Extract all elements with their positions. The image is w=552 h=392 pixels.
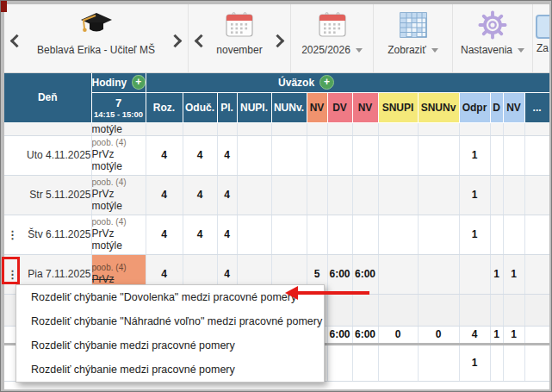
day-label: Str 5.11.2025 [29, 189, 90, 201]
day-cell[interactable]: Str 5.11.2025 [4, 175, 91, 215]
toolbar-item-schoolyear[interactable]: 2025/2026 [291, 4, 374, 72]
hours-group-label: Hodiny [92, 77, 127, 89]
value-cell[interactable] [352, 215, 378, 254]
lesson-cell[interactable]: poob. (4)PrVzmotýle [91, 175, 146, 215]
value-cell[interactable] [503, 215, 524, 254]
menu-item-split-dovolenka[interactable]: Rozdeliť chýbanie "Dovolenka" medzi prac… [16, 285, 324, 309]
value-cell[interactable] [307, 175, 327, 215]
value-cell[interactable]: 4 [146, 135, 183, 175]
value-cell[interactable] [271, 175, 307, 215]
value-cell[interactable] [307, 215, 327, 254]
value-cell[interactable]: 4 [217, 175, 237, 215]
lesson-line: poob. (4) [92, 177, 146, 188]
day-cell[interactable]: ⋮Štv 6.11.2025 [4, 215, 91, 254]
table-row: motýle [4, 122, 549, 135]
value-cell[interactable] [490, 135, 503, 175]
value-cell[interactable] [327, 215, 352, 254]
value-cell[interactable] [459, 254, 490, 294]
value-cell[interactable] [524, 175, 549, 215]
value-cell[interactable]: 4 [183, 135, 217, 175]
value-cell [378, 122, 418, 135]
toolbar-item-teacher[interactable]: Beblavá Erika - Učiteľ MŠ [4, 4, 189, 72]
value-cell: 6:00 [352, 326, 378, 344]
value-cell [524, 326, 549, 344]
toolbar-item-view[interactable]: Zobraziť [374, 4, 453, 72]
toolbar-item-month[interactable]: november [189, 4, 291, 72]
value-cell[interactable]: 4 [146, 215, 183, 254]
value-cell[interactable] [378, 175, 418, 215]
value-cell [271, 122, 307, 135]
col-header: NV [503, 92, 524, 122]
day-cell[interactable]: Uto 4.11.2025 [4, 135, 91, 175]
toolbar-item-clipped[interactable]: Za [533, 4, 549, 72]
value-cell[interactable] [524, 135, 549, 175]
value-cell [418, 344, 459, 381]
value-cell[interactable]: 1 [490, 254, 503, 294]
value-cell[interactable] [418, 135, 459, 175]
value-cell[interactable] [418, 254, 459, 294]
lesson-line: motýle [92, 160, 146, 172]
value-cell [459, 122, 490, 135]
value-cell[interactable]: 1 [459, 135, 490, 175]
lesson-cell[interactable]: poob. (4)PrVzmotýle [91, 135, 146, 175]
value-cell[interactable]: 1 [503, 254, 524, 294]
table-row: Uto 4.11.2025poob. (4)PrVzmotýle4441 [4, 135, 549, 175]
col-header: NUPI. [237, 92, 271, 122]
value-cell[interactable] [237, 175, 271, 215]
value-cell[interactable]: 4 [217, 135, 237, 175]
row-menu-icon[interactable]: ⋮ [7, 229, 18, 240]
prev-month-icon[interactable] [195, 34, 208, 48]
value-cell[interactable] [271, 135, 307, 175]
value-cell [327, 344, 352, 381]
value-cell [237, 122, 271, 135]
value-cell[interactable] [490, 215, 503, 254]
value-cell[interactable] [418, 175, 459, 215]
value-cell: 0 [378, 326, 418, 344]
lesson-line: motýle [92, 240, 146, 252]
view-label: Zobraziť [388, 44, 426, 56]
value-cell[interactable] [378, 135, 418, 175]
col-header: NV [352, 92, 378, 122]
lesson-cell: motýle [91, 122, 146, 135]
add-hours-button[interactable]: + [132, 75, 145, 90]
value-cell[interactable] [327, 175, 352, 215]
value-cell [503, 344, 524, 381]
menu-item-split-nahradne-volno[interactable]: Rozdeliť chýbanie "Náhradné voľno" medzi… [16, 309, 324, 333]
gear-icon [477, 6, 508, 44]
next-month-icon[interactable] [271, 34, 285, 48]
next-teacher-icon[interactable] [169, 34, 183, 48]
menu-item-split-generic-2[interactable]: Rozdeliť chýbanie medzi pracovné pomery [16, 358, 324, 382]
value-cell[interactable]: 4 [183, 215, 217, 254]
lesson-line: poob. (4) [92, 138, 146, 148]
value-cell[interactable] [524, 215, 549, 254]
value-cell[interactable]: 1 [459, 215, 490, 254]
value-cell [217, 122, 237, 135]
value-cell[interactable] [352, 135, 378, 175]
value-cell[interactable]: 4 [146, 175, 183, 215]
value-cell[interactable] [378, 215, 418, 254]
value-cell[interactable] [378, 254, 418, 294]
value-cell[interactable] [503, 135, 524, 175]
add-workload-button[interactable]: + [319, 75, 334, 90]
value-cell[interactable] [237, 215, 271, 254]
value-cell[interactable] [327, 135, 352, 175]
menu-item-split-generic-1[interactable]: Rozdeliť chýbanie medzi pracovné pomery [16, 333, 324, 358]
value-cell[interactable] [271, 215, 307, 254]
value-cell[interactable] [490, 175, 503, 215]
lesson-line: PrVz [92, 148, 146, 160]
col-header-more[interactable]: ... [524, 92, 549, 122]
value-cell[interactable]: 4 [183, 175, 217, 215]
value-cell[interactable] [307, 135, 327, 175]
value-cell[interactable] [352, 175, 378, 215]
lesson-cell[interactable]: poob. (4)PrVzmotýle [91, 215, 146, 254]
value-cell[interactable]: 4 [217, 215, 237, 254]
value-cell[interactable] [503, 175, 524, 215]
value-cell[interactable] [237, 135, 271, 175]
value-cell[interactable] [524, 254, 549, 294]
prev-teacher-icon[interactable] [10, 34, 24, 48]
value-cell[interactable] [418, 215, 459, 254]
day-label: Pia 7.11.2025 [28, 268, 90, 280]
toolbar-item-settings[interactable]: Nastavenia [453, 4, 533, 72]
clipped-icon [536, 15, 549, 39]
value-cell[interactable]: 1 [459, 175, 490, 215]
